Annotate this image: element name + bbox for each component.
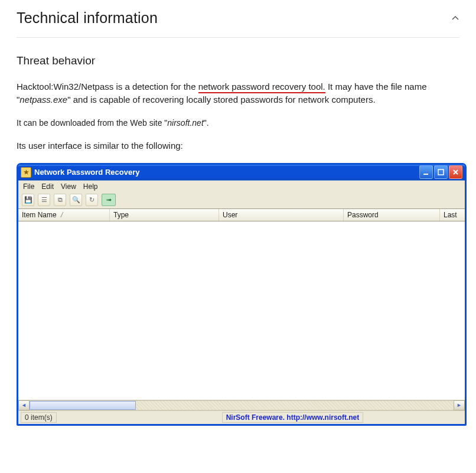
text: It can be downloaded from the Web site " xyxy=(17,118,167,128)
scroll-thumb[interactable] xyxy=(30,401,136,410)
menu-view[interactable]: View xyxy=(61,182,76,191)
paragraph-2: It can be downloaded from the Web site "… xyxy=(17,117,459,129)
scroll-right-button[interactable]: ► xyxy=(454,400,465,410)
text: ". xyxy=(204,118,209,128)
status-bar: 0 item(s) NirSoft Freeware. http://www.n… xyxy=(18,411,465,424)
menu-help[interactable]: Help xyxy=(83,182,98,191)
scroll-left-button[interactable]: ◄ xyxy=(18,400,30,410)
underlined-text: network password recovery tool. xyxy=(198,81,325,93)
exit-icon[interactable]: ➟ xyxy=(102,194,116,206)
paragraph-1: Hacktool:Win32/Netpass is a detection fo… xyxy=(17,80,459,106)
paragraph-3: Its user interface is similar to the fol… xyxy=(17,139,459,152)
list-header: Item Name / Type User Password Last xyxy=(18,208,465,221)
app-icon: ★ xyxy=(21,167,31,178)
window-buttons xyxy=(419,165,462,179)
find-icon[interactable]: 🔍 xyxy=(70,194,82,206)
save-icon[interactable]: 💾 xyxy=(22,194,34,206)
column-type[interactable]: Type xyxy=(110,209,219,221)
menu-file[interactable]: File xyxy=(23,182,34,191)
chevron-up-icon xyxy=(451,14,459,22)
column-last[interactable]: Last xyxy=(440,209,465,221)
sort-indicator-icon: / xyxy=(61,211,63,219)
status-count: 0 item(s) xyxy=(21,412,57,423)
section-body: Threat behavior Hacktool:Win32/Netpass i… xyxy=(17,38,459,426)
horizontal-scrollbar[interactable]: ◄ ► xyxy=(18,400,465,411)
svg-rect-1 xyxy=(438,169,444,175)
app-window: ★ Network Password Recovery File xyxy=(17,163,467,426)
scroll-track[interactable] xyxy=(30,400,454,410)
column-user[interactable]: User xyxy=(219,209,344,221)
toolbar: 💾 ☰ ⧉ 🔍 ↻ ➟ xyxy=(18,193,465,208)
text: " and is capable of recovering locally s… xyxy=(67,94,375,105)
column-label: Item Name xyxy=(22,211,57,219)
subheading: Threat behavior xyxy=(17,54,459,67)
list-body[interactable] xyxy=(18,221,465,400)
svg-rect-0 xyxy=(423,174,428,175)
refresh-icon[interactable]: ↻ xyxy=(86,194,98,206)
window-title: Network Password Recovery xyxy=(34,168,419,177)
column-item-name[interactable]: Item Name / xyxy=(18,209,110,221)
properties-icon[interactable]: ☰ xyxy=(38,194,50,206)
section-title: Technical information xyxy=(17,9,158,27)
menu-bar: File Edit View Help xyxy=(18,181,465,193)
copy-icon[interactable]: ⧉ xyxy=(54,194,66,206)
maximize-button[interactable] xyxy=(434,165,448,179)
accordion-header[interactable]: Technical information xyxy=(17,7,459,38)
menu-edit[interactable]: Edit xyxy=(41,182,54,191)
minimize-button[interactable] xyxy=(419,165,433,179)
window-chrome: File Edit View Help 💾 ☰ ⧉ 🔍 ↻ ➟ Item Nam… xyxy=(18,180,465,424)
titlebar[interactable]: ★ Network Password Recovery xyxy=(18,165,465,180)
status-credit-link[interactable]: NirSoft Freeware. http://www.nirsoft.net xyxy=(222,412,364,423)
emphasis: netpass.exe xyxy=(19,94,67,105)
column-password[interactable]: Password xyxy=(344,209,440,221)
emphasis: nirsoft.net xyxy=(167,118,203,128)
close-button[interactable] xyxy=(449,165,462,179)
text: Hacktool:Win32/Netpass is a detection fo… xyxy=(17,81,198,92)
